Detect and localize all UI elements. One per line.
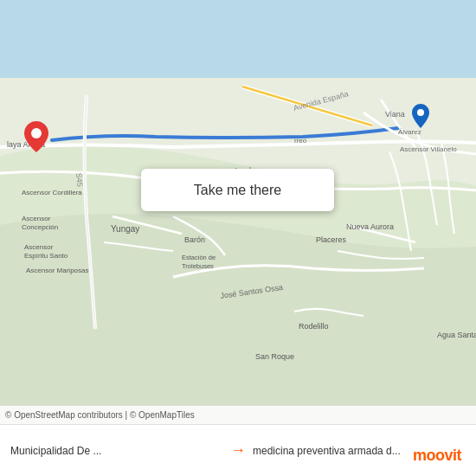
route-from[interactable]: Municipalidad De ... [10,445,223,457]
bottom-bar: Municipalidad De ... → medicina preventi… [0,424,476,476]
svg-text:Viana: Viana [385,110,405,119]
svg-text:Ascensor: Ascensor [24,243,54,251]
map-container: Avenida España Viana Álvarez Ascensor Vi… [0,0,476,424]
take-me-there-label: Take me there [194,183,281,198]
take-me-there-button[interactable]: Take me there [141,169,334,211]
svg-point-26 [31,128,42,138]
svg-text:San Roque: San Roque [255,352,294,361]
svg-text:Ascensor: Ascensor [22,215,51,222]
moovit-logo-text: moovit [413,447,461,465]
svg-text:S45: S45 [74,172,84,187]
svg-text:Trolebuses: Trolebuses [182,262,214,270]
svg-text:Barón: Barón [184,235,205,244]
svg-text:Ascensor Cordillera: Ascensor Cordillera [22,189,82,196]
attribution-bar: © OpenStreetMap contributors | © OpenMap… [0,405,476,424]
destination-marker [412,104,429,128]
svg-text:rreo: rreo [294,137,307,145]
svg-text:Yungay: Yungay [111,224,139,234]
svg-text:Concepción: Concepción [22,223,58,231]
svg-text:Rodelillo: Rodelillo [299,322,329,331]
attribution-text: © OpenStreetMap contributors | © OpenMap… [5,410,195,420]
route-arrow-icon: → [230,441,246,460]
moovit-logo: moovit [407,443,467,467]
svg-text:Espíritu Santo: Espíritu Santo [24,252,68,260]
route-info: Municipalidad De ... → medicina preventi… [10,441,466,460]
svg-text:Ascensor Villanelo: Ascensor Villanelo [400,145,457,153]
svg-text:Ascensor Mariposas: Ascensor Mariposas [26,267,88,274]
svg-point-27 [417,109,424,116]
svg-text:Nueva Aurora: Nueva Aurora [346,222,394,231]
svg-text:Estación de: Estación de [182,254,215,261]
svg-text:Placeres: Placeres [316,235,347,244]
svg-text:Álvarez: Álvarez [398,128,421,136]
svg-text:Agua Santa: Agua Santa [437,331,476,339]
origin-marker [24,121,48,152]
